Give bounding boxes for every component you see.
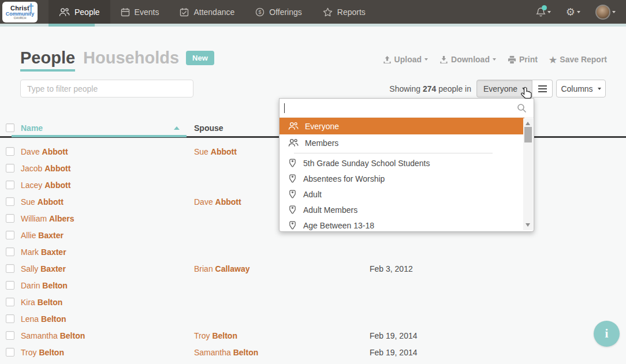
person-name-link[interactable]: Kira Belton (21, 298, 62, 307)
tag-filter-dropdown: Everyone Members 5th Grade Sunday School… (279, 98, 534, 232)
dropdown-tag-item[interactable]: Adult Members (280, 202, 524, 217)
person-name-link[interactable]: Sally Baxter (21, 264, 66, 273)
scroll-up-icon[interactable] (526, 122, 530, 125)
search-icon (517, 103, 527, 113)
dropdown-tag-label: Adult Members (303, 205, 357, 215)
tab-attendance[interactable]: Attendance (169, 0, 245, 24)
table-row: Troy Belton Samantha Belton Feb 19, 2014 (0, 345, 626, 362)
spouse-name-link[interactable]: Brian Callaway (194, 264, 250, 273)
scrollbar-thumb[interactable] (524, 127, 532, 142)
tag-icon (288, 190, 297, 199)
column-header-spouse[interactable]: Spouse (194, 123, 223, 133)
sorted-column-underline (12, 135, 187, 137)
dropdown-tag-item[interactable]: Adult (280, 186, 524, 202)
print-button[interactable]: Print (508, 55, 538, 64)
dropdown-item-label: Members (305, 138, 338, 148)
everyone-filter-button[interactable]: Everyone (476, 80, 532, 97)
save-report-button[interactable]: ★ Save Report (549, 55, 607, 64)
row-checkbox[interactable] (6, 214, 14, 223)
dropdown-tag-item[interactable]: 5th Grade Sunday School Students (280, 155, 524, 171)
person-name-link[interactable]: Allie Baxter (21, 231, 64, 240)
person-name-link[interactable]: Mark Baxter (21, 247, 66, 257)
table-row: Darin Belton (0, 278, 626, 295)
cross-icon: † (28, 2, 34, 14)
dropdown-tag-item[interactable]: Absentees for Worship (280, 171, 524, 186)
dropdown-tag-label: Absentees for Worship (303, 174, 385, 183)
main-nav-tabs: People Events Attendance (49, 0, 376, 24)
row-checkbox[interactable] (6, 264, 14, 273)
row-checkbox[interactable] (6, 281, 14, 290)
tab-reports-label: Reports (337, 7, 366, 17)
row-checkbox[interactable] (6, 348, 14, 357)
account-menu[interactable] (595, 5, 616, 20)
person-name-link[interactable]: Lacey Abbott (21, 181, 70, 190)
new-badge[interactable]: New (186, 51, 214, 65)
page-header: People Households New (20, 48, 214, 72)
list-options-button[interactable] (532, 80, 553, 97)
row-checkbox[interactable] (6, 298, 14, 306)
person-name-link[interactable]: Dave Abbott (21, 147, 68, 156)
row-checkbox[interactable] (6, 164, 14, 172)
row-checkbox[interactable] (6, 197, 14, 206)
row-checkbox[interactable] (6, 231, 14, 239)
column-header-name[interactable]: Name (21, 123, 43, 133)
scroll-down-icon[interactable] (526, 223, 530, 227)
download-button[interactable]: Download (439, 55, 496, 64)
dropdown-tag-item[interactable]: Age Between 13-18 (280, 217, 524, 233)
info-icon: i (605, 327, 609, 341)
calendar-icon (121, 7, 130, 17)
upload-icon (383, 55, 392, 64)
tab-events[interactable]: Events (110, 0, 170, 24)
row-checkbox[interactable] (6, 147, 14, 156)
row-checkbox[interactable] (6, 331, 14, 340)
help-info-button[interactable]: i (594, 321, 620, 347)
person-name-link[interactable]: Troy Belton (21, 348, 64, 357)
calendar-check-icon (180, 7, 189, 17)
church-logo[interactable]: † Christ Community CHURCH (2, 2, 38, 22)
row-checkbox[interactable] (6, 247, 14, 256)
upload-button[interactable]: Upload (383, 55, 428, 64)
spouse-name-link[interactable]: Dave Abbott (194, 197, 241, 207)
row-checkbox[interactable] (6, 181, 14, 189)
date-cell: Feb 19, 2014 (370, 348, 418, 357)
page-title: People (20, 48, 75, 72)
spouse-name-link[interactable]: Samantha Belton (194, 348, 258, 357)
caret-down-icon (424, 58, 428, 61)
person-name-link[interactable]: Lena Belton (21, 314, 66, 324)
settings-menu[interactable]: ⚙ (566, 7, 580, 17)
date-cell: Feb 3, 2012 (370, 264, 413, 273)
text-cursor (284, 103, 285, 113)
spouse-name-link[interactable]: Sue Abbott (194, 147, 237, 156)
save-report-label: Save Report (560, 55, 607, 64)
dropdown-scrollbar[interactable] (523, 118, 533, 230)
person-name-link[interactable]: Darin Belton (21, 281, 68, 290)
person-name-link[interactable]: Jacob Abbott (21, 164, 70, 173)
columns-button[interactable]: Columns (556, 80, 606, 97)
person-name-link[interactable]: William Albers (21, 214, 74, 223)
dropdown-item-members[interactable]: Members (280, 134, 524, 151)
filter-people-input[interactable] (20, 80, 193, 97)
showing-prefix: Showing (389, 84, 420, 93)
logo-text-3: CHURCH (14, 17, 27, 20)
spouse-name-link[interactable]: Troy Belton (194, 331, 237, 340)
gear-icon: ⚙ (566, 7, 575, 17)
tab-reports[interactable]: Reports (312, 0, 376, 24)
notifications-menu[interactable] (536, 7, 551, 17)
person-name-link[interactable]: Samantha Belton (21, 331, 85, 340)
tab-events-label: Events (135, 7, 159, 17)
tab-offerings[interactable]: $ Offerings (245, 0, 312, 24)
select-all-checkbox[interactable] (6, 123, 14, 132)
nav-underline-strip (0, 24, 626, 27)
dropdown-search-row[interactable] (280, 99, 534, 118)
tab-offerings-label: Offerings (269, 7, 302, 17)
notification-dot (542, 5, 547, 10)
dropdown-item-everyone[interactable]: Everyone (280, 118, 524, 134)
row-checkbox[interactable] (6, 314, 14, 323)
tag-icon (288, 221, 297, 230)
households-link[interactable]: Households (83, 48, 179, 67)
everyone-filter-label: Everyone (483, 84, 517, 93)
tab-people[interactable]: People (49, 0, 110, 24)
tab-people-label: People (74, 7, 100, 17)
caret-down-icon (598, 88, 601, 90)
person-name-link[interactable]: Sue Abbott (21, 197, 64, 207)
